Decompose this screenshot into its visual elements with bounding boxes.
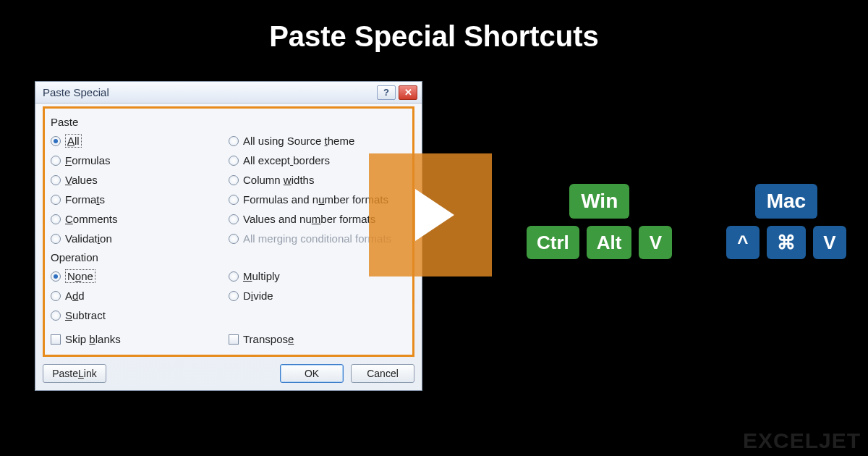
page-title: Paste Special Shortcuts	[0, 0, 868, 53]
skip-blanks-label: Skip blanks	[65, 333, 121, 345]
paste-label: Formats	[65, 193, 105, 206]
paste-label: Values	[65, 174, 98, 186]
operation-option[interactable]: Add	[51, 286, 229, 305]
operation-label: Subtract	[65, 309, 106, 321]
operation-label: Add	[65, 290, 85, 302]
key-v: V	[639, 226, 672, 259]
shortcut-keys: Win Ctrl Alt V Mac ^ ⌘ V	[527, 177, 846, 259]
operation-option[interactable]: Divide	[229, 286, 407, 305]
key-alt: Alt	[587, 226, 632, 259]
radio-icon	[229, 175, 239, 185]
ok-button[interactable]: OK	[280, 364, 344, 383]
paste-option[interactable]: All using Source theme	[229, 131, 407, 151]
radio-icon	[229, 291, 239, 301]
operation-label: Divide	[243, 290, 273, 302]
operation-option[interactable]: None	[51, 266, 229, 286]
transpose-label: Transpose	[243, 333, 294, 345]
paste-option[interactable]: Formulas	[51, 151, 229, 170]
radio-icon	[229, 156, 239, 166]
radio-icon	[229, 195, 239, 205]
radio-icon	[229, 136, 239, 146]
radio-icon	[51, 214, 61, 224]
radio-icon	[51, 311, 61, 321]
key-ctrl: Ctrl	[527, 226, 579, 259]
radio-icon	[51, 291, 61, 301]
help-button[interactable]: ?	[377, 85, 396, 100]
mac-shortcut-group: Mac ^ ⌘ V	[726, 177, 846, 259]
operation-label: None	[65, 269, 95, 283]
paste-link-button[interactable]: Paste Link	[43, 364, 106, 383]
radio-icon	[229, 271, 239, 282]
radio-icon	[229, 214, 239, 224]
operation-section-label: Operation	[51, 251, 407, 263]
key-command: ⌘	[767, 226, 806, 259]
paste-label: All	[65, 134, 82, 148]
paste-option[interactable]: Values	[51, 170, 229, 190]
close-button[interactable]: ✕	[399, 85, 417, 100]
key-control: ^	[726, 226, 760, 259]
paste-option[interactable]: All	[51, 131, 229, 151]
radio-icon	[51, 271, 61, 282]
paste-label: Comments	[65, 213, 118, 225]
checkbox-icon	[229, 334, 239, 345]
radio-icon	[51, 156, 61, 166]
operation-option[interactable]: Subtract	[51, 305, 229, 325]
win-label-key: Win	[569, 184, 629, 219]
paste-section-label: Paste	[51, 116, 407, 128]
dialog-titlebar[interactable]: Paste Special ? ✕	[35, 82, 422, 104]
radio-icon	[229, 234, 239, 244]
paste-label: All except borders	[243, 154, 330, 166]
radio-icon	[51, 175, 61, 185]
radio-icon	[51, 136, 61, 146]
paste-label: Formulas and number formats	[243, 193, 388, 206]
paste-label: Values and number formats	[243, 213, 375, 225]
operation-label: Multiply	[243, 270, 280, 282]
radio-icon	[51, 234, 61, 244]
dialog-title: Paste Special	[43, 86, 374, 98]
paste-option[interactable]: Comments	[51, 209, 229, 229]
radio-icon	[51, 195, 61, 205]
options-highlight-frame: Paste AllFormulasValuesFormatsCommentsVa…	[43, 106, 414, 357]
skip-blanks-checkbox[interactable]: Skip blanks	[51, 329, 229, 349]
paste-option[interactable]: Formats	[51, 190, 229, 209]
mac-label-key: Mac	[755, 184, 817, 219]
paste-label: All using Source theme	[243, 135, 354, 147]
transpose-checkbox[interactable]: Transpose	[229, 329, 407, 349]
paste-label: Formulas	[65, 154, 111, 166]
cancel-button[interactable]: Cancel	[351, 364, 414, 383]
paste-label: Column widths	[243, 174, 314, 186]
paste-special-dialog: Paste Special ? ✕ Paste AllFormulasValue…	[35, 81, 422, 391]
checkbox-icon	[51, 334, 61, 345]
paste-label: Validation	[65, 232, 112, 245]
key-v-mac: V	[813, 226, 846, 259]
brand-watermark: EXCELJET	[743, 428, 861, 453]
play-button[interactable]	[369, 153, 492, 276]
win-shortcut-group: Win Ctrl Alt V	[527, 177, 672, 259]
paste-option[interactable]: Validation	[51, 229, 229, 248]
play-icon	[415, 189, 454, 241]
